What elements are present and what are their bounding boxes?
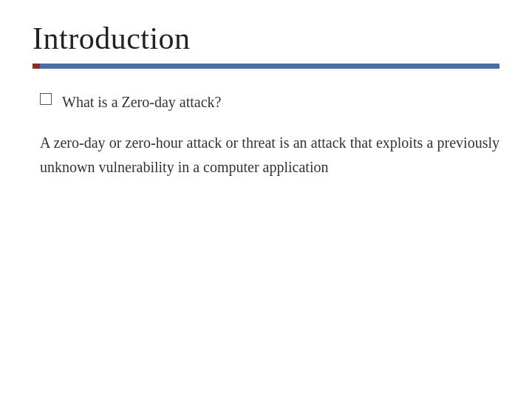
bullet-text: What is a Zero-day attack? — [62, 91, 221, 113]
content-area: What is a Zero-day attack? A zero-day or… — [33, 91, 499, 180]
accent-bar — [33, 64, 499, 69]
checkbox-icon — [40, 93, 52, 105]
slide-title: Introduction — [33, 21, 499, 56]
bullet-item: What is a Zero-day attack? — [40, 91, 499, 113]
slide: Introduction What is a Zero-day attack? … — [0, 0, 532, 399]
description-text: A zero-day or zero-hour attack or threat… — [40, 131, 499, 180]
